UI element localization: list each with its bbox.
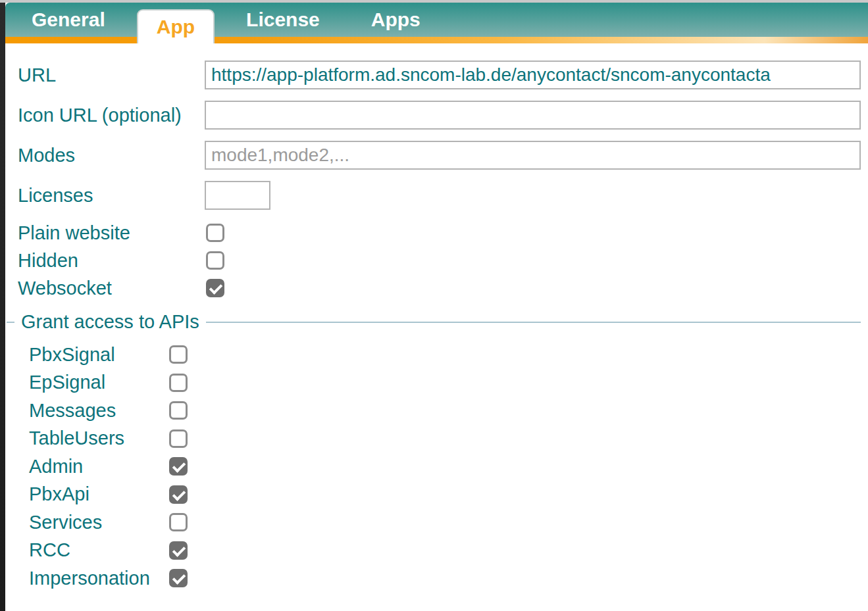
pbxapi-row: PbxApi xyxy=(29,481,861,509)
tableusers-row: TableUsers xyxy=(29,425,861,453)
admin-checkbox[interactable] xyxy=(169,457,188,476)
epsignal-row: EpSignal xyxy=(29,369,861,397)
screen-background: General App License Apps URL Icon URL (o… xyxy=(0,0,868,611)
impersonation-checkbox[interactable] xyxy=(169,569,188,587)
epsignal-label: EpSignal xyxy=(29,372,169,393)
licenses-input[interactable] xyxy=(205,181,270,210)
app-tab-content: URL Icon URL (optional) Modes Licenses P… xyxy=(5,43,868,593)
rcc-label: RCC xyxy=(29,539,169,561)
tableusers-checkbox[interactable] xyxy=(169,429,188,448)
rcc-checkbox[interactable] xyxy=(169,541,188,560)
pbxsignal-checkbox[interactable] xyxy=(169,345,188,364)
plain-website-row: Plain website xyxy=(18,219,861,247)
api-access-fieldset: Grant access to APIs PbxSignal EpSignal … xyxy=(7,311,861,593)
tab-apps[interactable]: Apps xyxy=(351,3,440,37)
licenses-field-row: Licenses xyxy=(18,181,861,210)
app-settings-dialog: General App License Apps URL Icon URL (o… xyxy=(5,3,868,611)
plain-website-label: Plain website xyxy=(18,222,206,244)
tab-bar: General App License Apps xyxy=(5,3,868,43)
services-label: Services xyxy=(29,512,169,533)
pbxsignal-label: PbxSignal xyxy=(29,344,169,366)
impersonation-label: Impersonation xyxy=(29,568,169,589)
icon-url-input[interactable] xyxy=(205,101,861,130)
background-left-edge xyxy=(0,3,5,611)
url-field-row: URL xyxy=(18,61,861,89)
messages-checkbox[interactable] xyxy=(169,401,188,420)
plain-website-checkbox[interactable] xyxy=(206,224,224,242)
icon-url-field-row: Icon URL (optional) xyxy=(18,101,861,130)
admin-label: Admin xyxy=(29,456,169,477)
url-label: URL xyxy=(18,64,205,86)
websocket-checkbox[interactable] xyxy=(206,279,224,297)
api-access-list: PbxSignal EpSignal Messages TableUsers xyxy=(7,333,861,593)
tab-header: General App License Apps xyxy=(5,3,868,43)
hidden-row: Hidden xyxy=(18,247,861,274)
tab-app[interactable]: App xyxy=(137,9,215,43)
modes-input[interactable] xyxy=(205,141,861,170)
rcc-row: RCC xyxy=(29,537,861,565)
pbxapi-label: PbxApi xyxy=(29,483,169,505)
tab-general[interactable]: General xyxy=(12,3,125,37)
epsignal-checkbox[interactable] xyxy=(169,374,188,392)
services-checkbox[interactable] xyxy=(169,513,188,531)
pbxsignal-row: PbxSignal xyxy=(29,341,861,369)
icon-url-label: Icon URL (optional) xyxy=(18,105,205,126)
hidden-label: Hidden xyxy=(18,250,206,272)
messages-row: Messages xyxy=(29,397,861,425)
admin-row: Admin xyxy=(29,452,861,481)
modes-field-row: Modes xyxy=(18,141,861,170)
tableusers-label: TableUsers xyxy=(29,428,169,449)
url-input[interactable] xyxy=(205,61,861,89)
impersonation-row: Impersonation xyxy=(29,564,861,593)
websocket-label: Websocket xyxy=(18,278,206,299)
websocket-row: Websocket xyxy=(18,274,861,302)
api-access-legend: Grant access to APIs xyxy=(14,311,206,333)
services-row: Services xyxy=(29,508,861,537)
modes-label: Modes xyxy=(18,145,205,166)
hidden-checkbox[interactable] xyxy=(206,251,224,270)
messages-label: Messages xyxy=(29,400,169,422)
licenses-label: Licenses xyxy=(18,185,205,207)
pbxapi-checkbox[interactable] xyxy=(169,485,188,504)
tab-license[interactable]: License xyxy=(226,3,340,37)
